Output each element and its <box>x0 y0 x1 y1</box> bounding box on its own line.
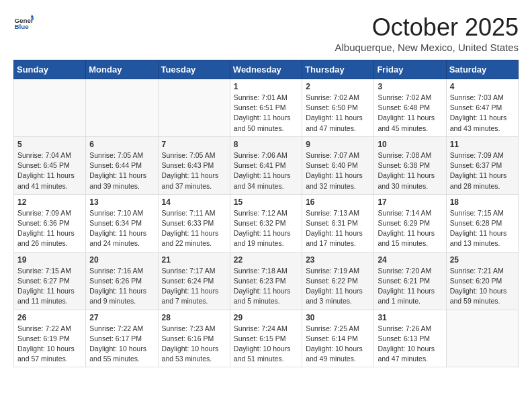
day-number: 26 <box>17 313 82 322</box>
day-info: Sunrise: 7:09 AM Sunset: 6:36 PM Dayligh… <box>17 208 82 249</box>
calendar-cell: 27Sunrise: 7:22 AM Sunset: 6:17 PM Dayli… <box>86 310 158 367</box>
calendar-cell: 11Sunrise: 7:09 AM Sunset: 6:37 PM Dayli… <box>446 136 518 194</box>
calendar-cell: 18Sunrise: 7:15 AM Sunset: 6:28 PM Dayli… <box>446 194 518 252</box>
day-info: Sunrise: 7:11 AM Sunset: 6:33 PM Dayligh… <box>162 208 226 249</box>
calendar-cell <box>446 310 518 367</box>
day-number: 27 <box>89 313 154 322</box>
calendar-cell: 16Sunrise: 7:13 AM Sunset: 6:31 PM Dayli… <box>302 194 374 252</box>
location-subtitle: Albuquerque, New Mexico, United States <box>335 42 519 53</box>
day-number: 30 <box>306 313 370 322</box>
day-info: Sunrise: 7:05 AM Sunset: 6:43 PM Dayligh… <box>162 150 226 191</box>
calendar-cell: 6Sunrise: 7:05 AM Sunset: 6:44 PM Daylig… <box>86 136 158 194</box>
day-number: 24 <box>378 255 442 265</box>
calendar-cell: 19Sunrise: 7:15 AM Sunset: 6:27 PM Dayli… <box>14 252 86 310</box>
day-info: Sunrise: 7:26 AM Sunset: 6:13 PM Dayligh… <box>378 324 442 365</box>
day-number: 11 <box>450 140 515 149</box>
day-info: Sunrise: 7:23 AM Sunset: 6:16 PM Dayligh… <box>162 324 226 365</box>
day-number: 19 <box>17 255 82 265</box>
day-number: 18 <box>450 197 515 207</box>
calendar-cell: 30Sunrise: 7:25 AM Sunset: 6:14 PM Dayli… <box>302 310 374 367</box>
calendar-cell: 21Sunrise: 7:17 AM Sunset: 6:24 PM Dayli… <box>158 252 230 310</box>
weekday-header: Thursday <box>302 60 374 79</box>
day-info: Sunrise: 7:24 AM Sunset: 6:15 PM Dayligh… <box>234 324 298 365</box>
day-number: 25 <box>450 255 515 265</box>
calendar-cell <box>158 79 230 137</box>
day-info: Sunrise: 7:02 AM Sunset: 6:48 PM Dayligh… <box>378 93 442 134</box>
calendar-week-row: 5Sunrise: 7:04 AM Sunset: 6:45 PM Daylig… <box>14 136 519 194</box>
day-info: Sunrise: 7:12 AM Sunset: 6:32 PM Dayligh… <box>234 208 298 249</box>
day-info: Sunrise: 7:16 AM Sunset: 6:26 PM Dayligh… <box>89 266 154 307</box>
calendar-week-row: 12Sunrise: 7:09 AM Sunset: 6:36 PM Dayli… <box>14 194 519 252</box>
day-info: Sunrise: 7:04 AM Sunset: 6:45 PM Dayligh… <box>17 150 82 191</box>
weekday-header: Friday <box>374 60 446 79</box>
calendar: SundayMondayTuesdayWednesdayThursdayFrid… <box>13 60 519 367</box>
day-number: 15 <box>234 197 298 207</box>
svg-text:Blue: Blue <box>15 23 30 30</box>
weekday-header: Saturday <box>446 60 518 79</box>
calendar-cell: 5Sunrise: 7:04 AM Sunset: 6:45 PM Daylig… <box>14 136 86 194</box>
day-number: 4 <box>450 82 515 91</box>
logo-icon: General Blue <box>13 13 34 34</box>
calendar-cell: 2Sunrise: 7:02 AM Sunset: 6:50 PM Daylig… <box>302 79 374 137</box>
calendar-cell: 22Sunrise: 7:18 AM Sunset: 6:23 PM Dayli… <box>230 252 302 310</box>
calendar-cell: 13Sunrise: 7:10 AM Sunset: 6:34 PM Dayli… <box>86 194 158 252</box>
calendar-cell: 7Sunrise: 7:05 AM Sunset: 6:43 PM Daylig… <box>158 136 230 194</box>
day-info: Sunrise: 7:13 AM Sunset: 6:31 PM Dayligh… <box>306 208 370 249</box>
day-number: 1 <box>234 82 298 91</box>
day-info: Sunrise: 7:18 AM Sunset: 6:23 PM Dayligh… <box>234 266 298 307</box>
day-info: Sunrise: 7:25 AM Sunset: 6:14 PM Dayligh… <box>306 324 370 365</box>
weekday-header: Tuesday <box>158 60 230 79</box>
day-number: 12 <box>17 197 82 207</box>
calendar-cell: 31Sunrise: 7:26 AM Sunset: 6:13 PM Dayli… <box>374 310 446 367</box>
calendar-cell: 20Sunrise: 7:16 AM Sunset: 6:26 PM Dayli… <box>86 252 158 310</box>
calendar-cell: 14Sunrise: 7:11 AM Sunset: 6:33 PM Dayli… <box>158 194 230 252</box>
day-info: Sunrise: 7:21 AM Sunset: 6:20 PM Dayligh… <box>450 266 515 307</box>
day-info: Sunrise: 7:05 AM Sunset: 6:44 PM Dayligh… <box>89 150 154 191</box>
calendar-cell <box>86 79 158 137</box>
calendar-cell: 9Sunrise: 7:07 AM Sunset: 6:40 PM Daylig… <box>302 136 374 194</box>
header: General Blue October 2025 Albuquerque, N… <box>13 13 519 53</box>
day-number: 17 <box>378 197 442 207</box>
logo: General Blue <box>13 13 34 34</box>
day-number: 22 <box>234 255 298 265</box>
day-number: 21 <box>162 255 226 265</box>
calendar-cell: 17Sunrise: 7:14 AM Sunset: 6:29 PM Dayli… <box>374 194 446 252</box>
day-number: 6 <box>89 140 154 149</box>
calendar-week-row: 1Sunrise: 7:01 AM Sunset: 6:51 PM Daylig… <box>14 79 519 137</box>
day-info: Sunrise: 7:22 AM Sunset: 6:19 PM Dayligh… <box>17 324 82 365</box>
calendar-cell: 1Sunrise: 7:01 AM Sunset: 6:51 PM Daylig… <box>230 79 302 137</box>
calendar-week-row: 19Sunrise: 7:15 AM Sunset: 6:27 PM Dayli… <box>14 252 519 310</box>
day-number: 14 <box>162 197 226 207</box>
day-number: 10 <box>378 140 442 149</box>
weekday-header: Wednesday <box>230 60 302 79</box>
day-info: Sunrise: 7:17 AM Sunset: 6:24 PM Dayligh… <box>162 266 226 307</box>
day-info: Sunrise: 7:08 AM Sunset: 6:38 PM Dayligh… <box>378 150 442 191</box>
day-info: Sunrise: 7:02 AM Sunset: 6:50 PM Dayligh… <box>306 93 370 134</box>
month-title: October 2025 <box>335 13 519 42</box>
calendar-week-row: 26Sunrise: 7:22 AM Sunset: 6:19 PM Dayli… <box>14 310 519 367</box>
day-info: Sunrise: 7:03 AM Sunset: 6:47 PM Dayligh… <box>450 93 515 134</box>
day-info: Sunrise: 7:06 AM Sunset: 6:41 PM Dayligh… <box>234 150 298 191</box>
day-info: Sunrise: 7:15 AM Sunset: 6:28 PM Dayligh… <box>450 208 515 249</box>
day-number: 31 <box>378 313 442 322</box>
day-number: 20 <box>89 255 154 265</box>
day-number: 28 <box>162 313 226 322</box>
calendar-cell: 3Sunrise: 7:02 AM Sunset: 6:48 PM Daylig… <box>374 79 446 137</box>
day-info: Sunrise: 7:14 AM Sunset: 6:29 PM Dayligh… <box>378 208 442 249</box>
calendar-cell: 15Sunrise: 7:12 AM Sunset: 6:32 PM Dayli… <box>230 194 302 252</box>
day-number: 16 <box>306 197 370 207</box>
day-info: Sunrise: 7:22 AM Sunset: 6:17 PM Dayligh… <box>89 324 154 365</box>
day-number: 9 <box>306 140 370 149</box>
calendar-cell: 10Sunrise: 7:08 AM Sunset: 6:38 PM Dayli… <box>374 136 446 194</box>
day-info: Sunrise: 7:15 AM Sunset: 6:27 PM Dayligh… <box>17 266 82 307</box>
calendar-cell: 8Sunrise: 7:06 AM Sunset: 6:41 PM Daylig… <box>230 136 302 194</box>
day-number: 29 <box>234 313 298 322</box>
day-number: 5 <box>17 140 82 149</box>
calendar-cell: 12Sunrise: 7:09 AM Sunset: 6:36 PM Dayli… <box>14 194 86 252</box>
day-info: Sunrise: 7:10 AM Sunset: 6:34 PM Dayligh… <box>89 208 154 249</box>
day-info: Sunrise: 7:07 AM Sunset: 6:40 PM Dayligh… <box>306 150 370 191</box>
day-number: 2 <box>306 82 370 91</box>
day-info: Sunrise: 7:20 AM Sunset: 6:21 PM Dayligh… <box>378 266 442 307</box>
calendar-cell: 26Sunrise: 7:22 AM Sunset: 6:19 PM Dayli… <box>14 310 86 367</box>
calendar-cell: 23Sunrise: 7:19 AM Sunset: 6:22 PM Dayli… <box>302 252 374 310</box>
